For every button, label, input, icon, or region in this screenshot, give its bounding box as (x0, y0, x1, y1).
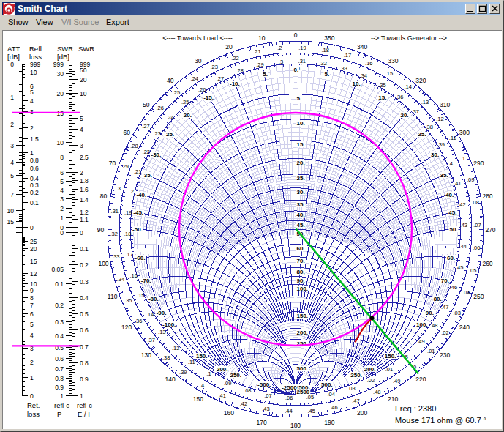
svg-text:-5.: -5. (261, 71, 268, 78)
svg-text:0.6: 0.6 (80, 327, 89, 334)
svg-text:0.2: 0.2 (80, 261, 89, 269)
svg-text:120: 120 (121, 324, 132, 331)
svg-text:20: 20 (57, 90, 64, 97)
svg-text:15: 15 (7, 218, 15, 226)
svg-text:-25.: -25. (164, 131, 174, 138)
svg-text:90: 90 (97, 226, 105, 234)
svg-text:.24: .24 (191, 75, 198, 82)
svg-text:0.1: 0.1 (55, 280, 64, 288)
svg-text:30: 30 (195, 57, 202, 64)
svg-text:40.: 40. (445, 192, 454, 198)
svg-text:-200.: -200. (214, 366, 227, 373)
svg-text:8: 8 (60, 154, 64, 161)
svg-text:7: 7 (30, 302, 34, 309)
svg-text:.1: .1 (206, 370, 211, 377)
svg-text:SWR: SWR (78, 45, 94, 53)
svg-text:.49: .49 (393, 378, 400, 384)
svg-text:.11: .11 (449, 135, 456, 141)
svg-text:45.: 45. (448, 209, 456, 216)
svg-text:-250.: -250. (228, 372, 241, 379)
svg-text:.04: .04 (327, 391, 334, 398)
svg-text:.22: .22 (231, 55, 238, 62)
svg-text:.35: .35 (378, 82, 385, 89)
svg-text:.25: .25 (173, 89, 180, 96)
svg-text:1.2: 1.2 (80, 209, 89, 216)
svg-text:.3: .3 (279, 59, 283, 65)
svg-text:150.: 150. (297, 313, 309, 319)
svg-text:.06: .06 (473, 245, 480, 251)
svg-text:.45: .45 (307, 408, 315, 414)
svg-text:500.: 500. (321, 381, 333, 388)
svg-text:10.: 10. (297, 120, 305, 127)
svg-text:0.3: 0.3 (55, 319, 64, 326)
svg-text:.31: .31 (298, 58, 306, 64)
svg-text:2: 2 (10, 121, 14, 128)
svg-text:15: 15 (30, 258, 37, 265)
svg-text:4: 4 (30, 97, 34, 105)
svg-text:.39: .39 (179, 369, 187, 376)
svg-text:500.: 500. (297, 365, 309, 372)
svg-text:100.: 100. (416, 321, 428, 328)
svg-text:.01: .01 (427, 348, 435, 354)
svg-text:2: 2 (30, 359, 34, 366)
svg-text:.15: .15 (137, 292, 144, 299)
svg-text:0.2: 0.2 (30, 189, 39, 196)
svg-text:200.: 200. (297, 329, 309, 336)
svg-text:340: 340 (357, 43, 367, 51)
svg-text:0: 0 (30, 224, 34, 231)
svg-text:.3: .3 (116, 185, 121, 192)
svg-text:0.3: 0.3 (30, 182, 39, 189)
svg-text:-2500: -2500 (282, 384, 297, 391)
svg-text:150: 150 (193, 395, 203, 403)
svg-text:30.: 30. (297, 189, 305, 195)
svg-text:0.2: 0.2 (55, 302, 64, 309)
svg-text:0: 0 (30, 392, 34, 400)
svg-text:loss: loss (27, 410, 40, 418)
svg-text:100.: 100. (297, 286, 309, 292)
svg-text:.45: .45 (456, 264, 463, 271)
svg-text:320: 320 (415, 77, 426, 84)
svg-text:Freq : 2380: Freq : 2380 (395, 404, 436, 413)
svg-text:.19: .19 (298, 45, 306, 51)
svg-text:E / I: E / I (78, 410, 90, 418)
svg-text:.23: .23 (153, 130, 160, 137)
svg-text:.33: .33 (339, 65, 347, 72)
svg-text:.16: .16 (365, 60, 372, 67)
svg-text:5: 5 (10, 172, 14, 179)
svg-text:1: 1 (10, 94, 14, 101)
svg-text:.4: .4 (200, 382, 204, 389)
svg-text:.24: .24 (166, 114, 173, 121)
svg-text:.38: .38 (162, 354, 170, 361)
svg-text:.02: .02 (367, 377, 375, 384)
svg-text:.4: .4 (448, 160, 453, 167)
svg-text:-15.: -15. (203, 94, 214, 101)
svg-text:25: 25 (30, 238, 37, 245)
svg-text:3: 3 (10, 142, 14, 149)
svg-text:-40.: -40. (136, 192, 146, 198)
svg-text:.41: .41 (454, 180, 461, 187)
svg-text:0: 0 (60, 229, 64, 237)
svg-text:.27: .27 (142, 123, 149, 130)
svg-text:6: 6 (60, 169, 64, 176)
svg-text:.1: .1 (461, 155, 465, 162)
svg-text:30.: 30. (431, 152, 439, 158)
svg-text:Refl.: Refl. (29, 45, 44, 53)
svg-text:.05: .05 (469, 267, 476, 274)
svg-text:loss: loss (29, 53, 42, 61)
svg-text:0: 0 (80, 229, 83, 237)
svg-text:0.1: 0.1 (80, 245, 89, 253)
svg-text:.47: .47 (441, 304, 448, 310)
svg-text:.07: .07 (473, 222, 481, 228)
svg-text:50: 50 (143, 101, 150, 108)
svg-text:.48: .48 (373, 389, 380, 395)
svg-text:30: 30 (57, 70, 64, 78)
svg-text:refl-c: refl-c (54, 401, 69, 409)
svg-text:.36: .36 (396, 94, 403, 100)
svg-text:-30.: -30. (151, 152, 162, 158)
svg-text:Mouse 171 ohm @ 60.7 °: Mouse 171 ohm @ 60.7 ° (395, 416, 486, 425)
svg-text:290: 290 (473, 160, 484, 167)
svg-text:.01: .01 (385, 366, 393, 373)
svg-text:.02: .02 (441, 329, 448, 336)
svg-text:.11: .11 (188, 359, 195, 365)
svg-text:.26: .26 (198, 86, 206, 93)
